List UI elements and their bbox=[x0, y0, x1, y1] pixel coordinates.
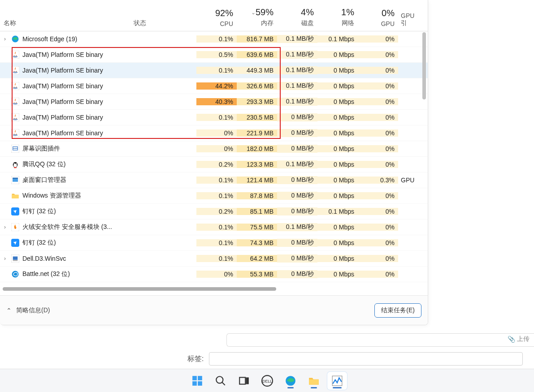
gpu-value: 0% bbox=[358, 35, 398, 43]
column-disk[interactable]: 4% 磁盘 bbox=[277, 7, 317, 31]
cpu-value: 0.1% bbox=[196, 35, 237, 43]
taskbar-start[interactable] bbox=[187, 372, 207, 390]
memory-value: 221.9 MB bbox=[237, 129, 277, 137]
column-name[interactable]: 名称 bbox=[0, 19, 130, 31]
horizontal-scroll-thumb[interactable] bbox=[3, 287, 276, 291]
brief-info-toggle[interactable]: ⌃ 简略信息(D) bbox=[6, 306, 50, 314]
network-value: 0 Mbps bbox=[317, 177, 358, 184]
column-memory[interactable]: ⌄59% 内存 bbox=[237, 7, 277, 31]
disk-value: 0 MB/秒 bbox=[277, 113, 317, 121]
process-name: Windows 资源管理器 bbox=[21, 192, 196, 200]
svg-rect-18 bbox=[14, 167, 17, 168]
task-manager-footer: ⌃ 简略信息(D) 结束任务(E) bbox=[0, 295, 428, 325]
process-row[interactable]: Java(TM) Platform SE binary 0.5% 639.6 M… bbox=[0, 47, 428, 63]
cpu-value: 44.2% bbox=[196, 82, 237, 90]
cpu-value: 0.2% bbox=[196, 208, 237, 215]
memory-value: 87.8 MB bbox=[237, 192, 277, 199]
expand-toggle[interactable]: › bbox=[0, 224, 10, 230]
network-value: 0.1 Mbps bbox=[317, 35, 358, 43]
svg-rect-3 bbox=[11, 66, 19, 74]
end-task-button[interactable]: 结束任务(E) bbox=[374, 303, 421, 318]
chevron-up-icon: ⌃ bbox=[6, 307, 12, 314]
task-manager-window: 名称 状态 92% CPU ⌄59% 内存 4% 磁盘 1% 网络 0% GPU… bbox=[0, 0, 428, 325]
expand-toggle[interactable]: › bbox=[0, 36, 10, 42]
net-usage-pct: 1% bbox=[317, 7, 354, 17]
memory-value: 55.3 MB bbox=[237, 271, 277, 278]
process-name: Dell.D3.WinSvc bbox=[21, 255, 196, 262]
svg-text:DELL: DELL bbox=[262, 379, 272, 383]
disk-value: 0 MB/秒 bbox=[277, 176, 317, 184]
app-icon bbox=[10, 176, 21, 184]
horizontal-scrollbar[interactable] bbox=[3, 287, 422, 292]
process-row[interactable]: 钉钉 (32 位) 0.1% 74.3 MB 0 MB/秒 0 Mbps 0% bbox=[0, 235, 428, 251]
process-name: 钉钉 (32 位) bbox=[21, 207, 196, 215]
running-indicator bbox=[287, 387, 294, 388]
process-row[interactable]: 桌面窗口管理器 0.1% 121.4 MB 0 MB/秒 0 Mbps 0.3%… bbox=[0, 172, 428, 188]
process-name: Java(TM) Platform SE binary bbox=[21, 67, 196, 74]
vertical-scrollbar[interactable] bbox=[422, 32, 427, 288]
column-status[interactable]: 状态 bbox=[130, 19, 196, 31]
process-row[interactable]: › 火绒安全软件 安全服务模块 (3... 0.1% 75.5 MB 0.1 M… bbox=[0, 220, 428, 235]
process-row[interactable]: Battle.net (32 位) 0% 55.3 MB 0 MB/秒 0 Mb… bbox=[0, 267, 428, 282]
process-row[interactable]: 钉钉 (32 位) 0.2% 85.1 MB 0 MB/秒 0.1 Mbps 0… bbox=[0, 204, 428, 220]
process-row[interactable]: › Microsoft Edge (19) 0.1% 816.7 MB 0.1 … bbox=[0, 31, 428, 47]
process-name: Microsoft Edge (19) bbox=[21, 35, 196, 43]
gpu-value: 0% bbox=[358, 82, 398, 90]
bg-upload-button[interactable]: 📎 上传 bbox=[508, 335, 530, 343]
disk-value: 0 MB/秒 bbox=[277, 239, 317, 247]
app-icon bbox=[10, 192, 21, 200]
disk-usage-pct: 4% bbox=[277, 7, 314, 17]
bg-tag-input[interactable] bbox=[209, 352, 523, 366]
process-row[interactable]: Java(TM) Platform SE binary 44.2% 326.6 … bbox=[0, 78, 428, 94]
process-row[interactable]: › Dell.D3.WinSvc 0.1% 64.2 MB 0 MB/秒 0 M… bbox=[0, 251, 428, 267]
network-value: 0 Mbps bbox=[317, 67, 358, 74]
column-gpu-engine[interactable]: GPU 引 bbox=[398, 12, 421, 31]
process-row[interactable]: Java(TM) Platform SE binary 0% 221.9 MB … bbox=[0, 125, 428, 141]
bg-text-input[interactable] bbox=[226, 333, 534, 347]
disk-value: 0.1 MB/秒 bbox=[277, 66, 317, 74]
gpu-value: 0% bbox=[358, 98, 398, 105]
network-value: 0 Mbps bbox=[317, 192, 358, 199]
disk-value: 0.1 MB/秒 bbox=[277, 223, 317, 231]
process-row[interactable]: Java(TM) Platform SE binary 0.1% 230.5 M… bbox=[0, 110, 428, 125]
taskbar-taskview[interactable] bbox=[234, 372, 254, 390]
disk-value: 0 MB/秒 bbox=[277, 207, 317, 215]
process-row[interactable]: 腾讯QQ (32 位) 0.2% 123.3 MB 0.1 MB/秒 0 Mbp… bbox=[0, 157, 428, 172]
svg-rect-1 bbox=[11, 51, 19, 59]
gpu-value: 0% bbox=[358, 145, 398, 152]
cpu-value: 0.1% bbox=[196, 255, 237, 262]
process-row[interactable]: Java(TM) Platform SE binary 0.1% 449.3 M… bbox=[0, 63, 428, 78]
gpu-engine-value: GPU bbox=[398, 177, 421, 184]
process-name: Java(TM) Platform SE binary bbox=[21, 129, 196, 137]
process-name: Java(TM) Platform SE binary bbox=[21, 114, 196, 121]
taskbar-dell[interactable]: DELL bbox=[257, 372, 277, 390]
column-gpu[interactable]: 0% GPU bbox=[358, 8, 398, 31]
dell-icon: DELL bbox=[261, 375, 273, 387]
process-name: Java(TM) Platform SE binary bbox=[21, 82, 196, 90]
svg-point-20 bbox=[16, 163, 17, 164]
column-network[interactable]: 1% 网络 bbox=[317, 7, 358, 31]
svg-rect-35 bbox=[198, 381, 202, 386]
app-icon bbox=[10, 98, 21, 106]
process-row[interactable]: Java(TM) Platform SE binary 40.3% 293.3 … bbox=[0, 94, 428, 110]
taskview-icon bbox=[238, 375, 250, 387]
column-headers: 名称 状态 92% CPU ⌄59% 内存 4% 磁盘 1% 网络 0% GPU… bbox=[0, 0, 428, 31]
app-icon bbox=[10, 207, 21, 215]
gpu-value: 0% bbox=[358, 224, 398, 231]
gpu-value: 0% bbox=[358, 161, 398, 168]
svg-rect-13 bbox=[11, 145, 19, 153]
taskbar-search[interactable] bbox=[211, 372, 230, 390]
svg-line-37 bbox=[222, 382, 225, 385]
memory-value: 75.5 MB bbox=[237, 224, 277, 231]
process-row[interactable]: Windows 资源管理器 0.1% 87.8 MB 0 MB/秒 0 Mbps… bbox=[0, 188, 428, 204]
column-cpu[interactable]: 92% CPU bbox=[196, 8, 237, 31]
expand-toggle[interactable]: › bbox=[0, 255, 10, 262]
process-row[interactable]: 屏幕识图插件 0% 182.0 MB 0 MB/秒 0 Mbps 0% bbox=[0, 141, 428, 157]
memory-value: 326.6 MB bbox=[237, 82, 277, 90]
vertical-scroll-thumb[interactable] bbox=[422, 32, 426, 99]
memory-value: 121.4 MB bbox=[237, 177, 277, 184]
svg-point-31 bbox=[12, 271, 19, 278]
process-list: › Microsoft Edge (19) 0.1% 816.7 MB 0.1 … bbox=[0, 31, 428, 289]
svg-rect-33 bbox=[198, 376, 202, 380]
app-icon bbox=[10, 160, 21, 168]
